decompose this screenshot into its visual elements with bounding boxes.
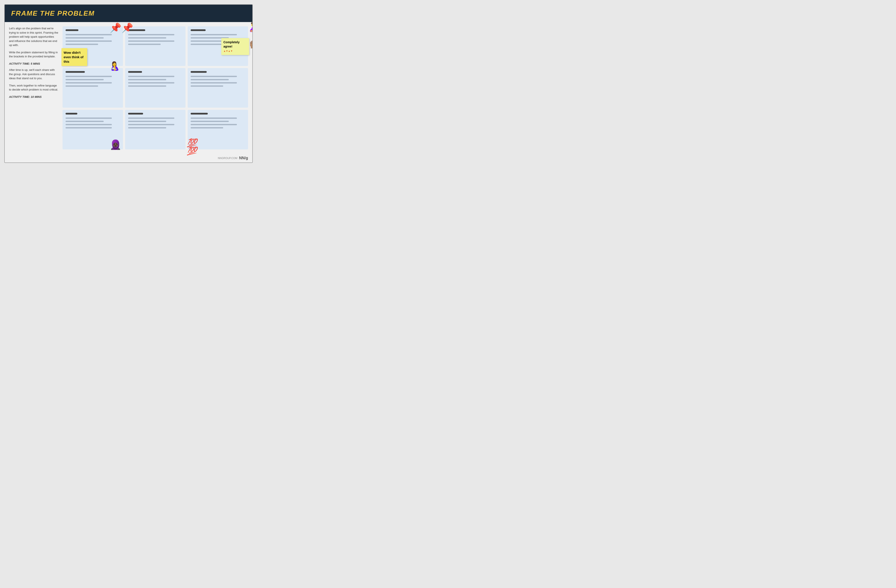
card-line [66, 34, 112, 35]
sticky-note-yellow-text: Wow didn't even think of this [64, 51, 84, 63]
card-title-bar [190, 71, 207, 73]
sticky-note-green: Completely agree! ▲▼▲▼ [221, 38, 249, 55]
card-3-2 [125, 110, 186, 149]
card-title-bar [128, 71, 142, 73]
hands-emoji: 🙌🏽 [249, 39, 253, 49]
card-line [190, 34, 237, 35]
person-emoji-1: 🤱 [109, 62, 120, 70]
card-line [128, 117, 174, 119]
card-line [190, 127, 223, 128]
sidebar-paragraph-2: Write the problem statement by filling i… [9, 50, 58, 59]
card-line [66, 82, 112, 84]
card-2-2 [125, 68, 186, 108]
card-line [66, 79, 104, 80]
card-title-bar [66, 71, 85, 73]
pushpin-emoji: 📌📌 [110, 23, 133, 32]
card-1-2 [125, 26, 186, 66]
card-line [190, 85, 223, 87]
pregnant-emoji-1: 🤰 [247, 22, 253, 32]
card-title-bar [190, 29, 206, 31]
card-line [190, 117, 237, 119]
card-line [128, 85, 166, 87]
card-line [66, 76, 112, 77]
person-emoji-2: 🧕🏿 [110, 140, 122, 149]
card-line [190, 76, 237, 77]
cards-grid [62, 26, 248, 149]
card-2-3 [187, 68, 248, 108]
sticky-note-green-text: Completely agree! [223, 41, 239, 48]
card-line [66, 127, 112, 128]
card-title-bar [66, 113, 77, 114]
footer-brand: NN/g [239, 156, 248, 160]
activity-label-1: ACTIVITY TIME: 5 MINS [9, 62, 58, 66]
sticky-note-yellow: Wow didn't even think of this [61, 48, 87, 66]
card-line [190, 121, 229, 122]
card-line [190, 82, 237, 84]
activity-label-2: ACTIVITY TIME: 10 MINS [9, 95, 58, 99]
grid-area: 📌📌 🤱 Wow didn't even think of this 💯 💯 🤰… [62, 26, 248, 149]
main-container: FRAME THE PROBLEM Let's align on the pro… [4, 4, 253, 163]
card-line [128, 121, 166, 122]
100-emoji: 💯 💯 [187, 139, 197, 155]
card-line [66, 37, 104, 38]
sidebar-paragraph-3: After time is up, we'll each share with … [9, 68, 58, 81]
card-2-1 [62, 68, 123, 108]
card-title-bar [128, 113, 143, 114]
sidebar-paragraph-1: Let's align on the problem that we're tr… [9, 26, 58, 47]
main-content: Let's align on the problem that we're tr… [5, 22, 252, 154]
card-line [66, 41, 112, 42]
card-line [128, 82, 174, 84]
card-title-bar [66, 29, 78, 31]
card-line [66, 124, 112, 125]
header: FRAME THE PROBLEM [5, 5, 252, 22]
card-line [190, 79, 229, 80]
card-line [128, 79, 166, 80]
card-line [128, 76, 174, 77]
page-title: FRAME THE PROBLEM [11, 9, 246, 17]
card-line [66, 117, 112, 119]
card-title-bar [190, 113, 208, 114]
sticky-note-arrows: ▲▼▲▼ [223, 49, 247, 53]
card-line [66, 85, 98, 87]
card-line [66, 44, 98, 45]
card-line [128, 124, 174, 125]
footer: NNGROUP.COM NN/g [5, 154, 252, 163]
card-line [128, 44, 161, 45]
sidebar: Let's align on the problem that we're tr… [9, 26, 58, 149]
card-line [128, 41, 174, 42]
card-line [128, 127, 166, 128]
card-line [128, 37, 166, 38]
card-line [128, 34, 174, 35]
card-line [66, 121, 104, 122]
footer-site: NNGROUP.COM [218, 156, 237, 160]
sidebar-paragraph-4: Then, work together to refine language t… [9, 84, 58, 92]
card-line [190, 124, 237, 125]
